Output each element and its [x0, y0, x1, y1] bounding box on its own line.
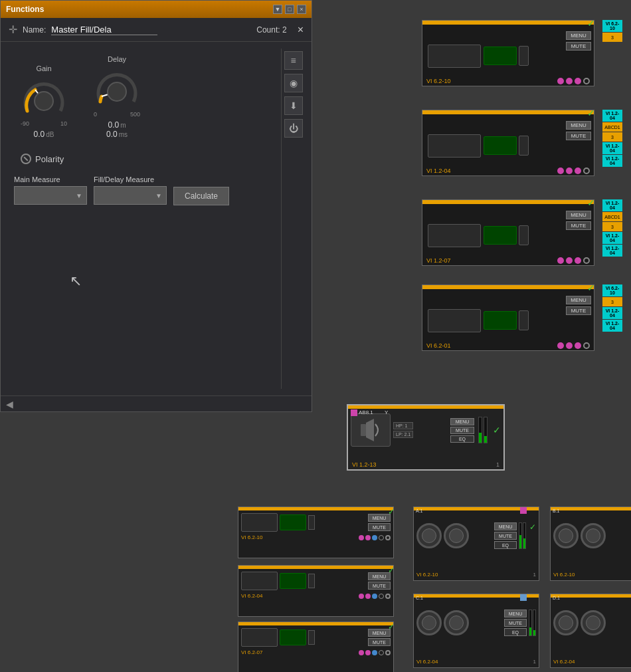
rtab-3e: VI 1.2-04	[602, 245, 622, 257]
right-strip-2: VI 1.2-04 ABCD1 3 VI 1.2-04 VI 1.2-04	[602, 110, 622, 167]
svg-rect-4	[361, 424, 366, 436]
mute-btn-3[interactable]: MUTE	[566, 221, 591, 230]
mc-label-A1: VI 6.2-10	[416, 572, 438, 578]
bl-d11	[359, 650, 364, 655]
menu-btn-4[interactable]: MENU	[566, 296, 591, 304]
toolbar-btn-list[interactable]: ≡	[284, 51, 303, 70]
mc-id-C1: C.1	[414, 594, 425, 602]
delay-value-m: 0.0	[108, 120, 119, 130]
bl-d12	[365, 650, 371, 655]
bl-mute3[interactable]: MUTE	[368, 638, 391, 646]
bl-menu3[interactable]: MENU	[368, 629, 391, 637]
drag-handle[interactable]: ✛	[9, 23, 17, 36]
gain-label: Gain	[36, 64, 51, 72]
minimize-button[interactable]: ▼	[273, 5, 282, 14]
restore-button[interactable]: □	[285, 5, 294, 14]
mc-eq-A1[interactable]: EQ	[494, 541, 517, 549]
menu-btn-2[interactable]: MENU	[566, 121, 591, 130]
delay-knob[interactable]	[94, 68, 140, 108]
mute-btn-2[interactable]: MUTE	[566, 132, 591, 140]
panel-main: Gain -90	[7, 49, 274, 389]
card1-label: VI 6.2-10	[426, 78, 451, 84]
polarity-icon[interactable]	[21, 154, 31, 164]
measure-row: Main Measure ▼ Fill/Delay Measure ▼ Calc…	[7, 172, 274, 208]
large-dev-id: AB8.1	[359, 409, 373, 415]
delay-value-ms: 0.0	[106, 130, 118, 139]
main-measure-dropdown[interactable]: ▼	[14, 186, 87, 205]
mc-menu-C1[interactable]: MENU	[504, 610, 527, 617]
fill-delay-group: Fill/Delay Measure ▼	[94, 175, 167, 205]
large-eq-btn[interactable]: EQ	[450, 435, 474, 443]
svg-point-1	[35, 92, 53, 110]
rtab-2c: 3	[602, 132, 622, 142]
menu-btn-3[interactable]: MENU	[566, 211, 591, 219]
scroll-left-arrow[interactable]: ◀	[6, 399, 13, 409]
gain-value-row: 0.0 dB	[34, 130, 54, 139]
panel-bottom: ◀	[1, 395, 312, 411]
device-card-2: MENU MUTE VI 1.2-04 ✓ VI 1.2-04 ABCD1 3 …	[422, 110, 601, 176]
delay-values: 0.0 m 0.0 ms	[106, 120, 128, 139]
bl-screen3g	[280, 629, 306, 645]
bl-menu2[interactable]: MENU	[368, 572, 391, 580]
mc-check-A1: ✓	[529, 522, 536, 549]
large-menu-btn[interactable]: MENU	[450, 418, 474, 425]
device-card-4: MENU MUTE VI 6.2-01 ✓ VI 6.2-10 3 VI 1.2…	[422, 284, 601, 351]
large-dev-sub: 1	[496, 461, 499, 468]
rtab-1b: 3	[602, 33, 622, 42]
mc-menu-A1[interactable]: MENU	[494, 522, 517, 530]
close-button[interactable]: ×	[298, 24, 304, 36]
rtab-2d: VI 1.2-04	[602, 142, 622, 154]
toolbar-btn-download[interactable]: ⬇	[284, 96, 303, 115]
right-strip-3: VI 1.2-04 ABCD1 3 VI 1.2-04 VI 1.2-04	[602, 199, 622, 257]
mute-btn-1[interactable]: MUTE	[566, 42, 591, 51]
bl-d15	[385, 650, 391, 655]
main-measure-group: Main Measure ▼	[14, 175, 87, 205]
name-input[interactable]	[51, 25, 157, 35]
large-device-card: HP: 1 LP: 2.1 MENU MUTE EQ ✓ VI 1.2-13 1…	[347, 404, 505, 471]
toolbar-btn-power[interactable]: ⏻	[284, 119, 303, 138]
svg-marker-5	[366, 419, 374, 441]
right-card-D1: D.1 MENU MUTE EQ VI 6.2-04	[550, 594, 631, 668]
checkmark-1: ✓	[587, 18, 595, 29]
mute-btn-4[interactable]: MUTE	[566, 306, 591, 315]
bl-check1: ✓	[388, 507, 395, 516]
bl-menu1[interactable]: MENU	[368, 514, 391, 522]
mc-sub-A1: 1	[533, 572, 536, 578]
bl-check2: ✓	[388, 566, 395, 575]
mc-eq-C1[interactable]: EQ	[504, 628, 527, 636]
bl-d1	[359, 535, 364, 540]
delay-unit-m: m	[120, 122, 126, 129]
toolbar-btn-audio[interactable]: ◉	[284, 74, 303, 92]
bl-mute1[interactable]: MUTE	[368, 523, 391, 531]
right-strip-4: VI 6.2-10 3 VI 1.2-04 VI 1.2-04	[602, 284, 622, 332]
dot9	[575, 257, 581, 264]
count-label: Count: 2	[256, 25, 286, 35]
gain-knob[interactable]	[21, 78, 67, 118]
bottom-left-card-1: MENU MUTE VI 6.2-10 ✓	[238, 506, 394, 558]
power-dot3	[583, 257, 590, 264]
titlebar: Functions ▼ □ ×	[1, 1, 312, 18]
right-card-B1: B.1 MENU MUTE EQ VI 6.2-10	[550, 506, 631, 581]
bl-label2: VI 6.2-04	[241, 593, 262, 599]
large-mute-btn[interactable]: MUTE	[450, 427, 474, 434]
rtab-2b: ABCD1	[602, 122, 622, 132]
knobs-row: Gain -90	[7, 49, 274, 146]
mc-mute-A1[interactable]: MUTE	[494, 532, 517, 540]
mc-mute-C1[interactable]: MUTE	[504, 619, 527, 627]
bl-mute2[interactable]: MUTE	[368, 582, 391, 590]
rtab-3d: VI 1.2-04	[602, 232, 622, 244]
fill-delay-dropdown[interactable]: ▼	[94, 186, 167, 205]
bl-strip2	[308, 574, 315, 588]
name-label: Name:	[23, 25, 46, 35]
bl-screen1	[241, 513, 278, 532]
close-titlebar-button[interactable]: ×	[297, 5, 306, 14]
bl-screen1g	[280, 514, 306, 530]
menu-btn-1[interactable]: MENU	[566, 31, 591, 40]
calculate-button[interactable]: Calculate	[173, 187, 229, 205]
gain-value: 0.0	[34, 130, 45, 139]
checkmark-4: ✓	[587, 282, 595, 293]
bl-screen2	[241, 572, 278, 590]
bl-strip1	[308, 515, 315, 530]
dot7	[557, 257, 564, 264]
dot5	[566, 168, 573, 174]
